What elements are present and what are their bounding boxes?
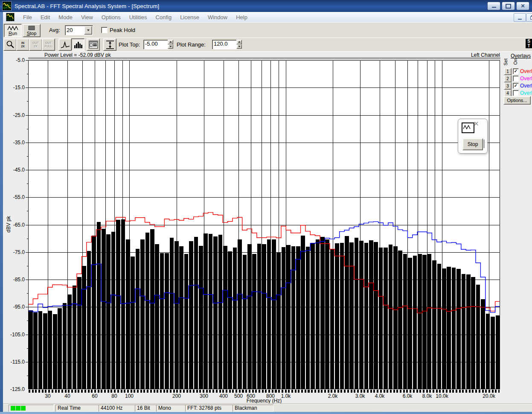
y-tick--55.0: -55.0	[3, 194, 25, 200]
stop-button[interactable]: Stop	[23, 24, 41, 37]
window-frame-bottom	[0, 412, 532, 414]
zoom-out-label-2: 2X	[34, 45, 38, 48]
properties-dialog-icon	[88, 40, 99, 50]
avg-dropdown-arrow[interactable]	[84, 26, 92, 35]
plot-range-field[interactable]: 120.0	[212, 40, 238, 50]
floating-stop-label: Stop	[468, 141, 478, 147]
menu-license[interactable]: License	[176, 13, 203, 22]
run-button[interactable]: Run	[4, 24, 22, 37]
y-tick--85.0: -85.0	[3, 277, 25, 283]
menu-file[interactable]: File	[19, 13, 36, 22]
overlay-on-checkbox-2[interactable]	[513, 76, 519, 82]
overlays-on-column-label: On	[513, 58, 518, 65]
run-button-label: Run	[9, 31, 17, 36]
spectralab-logo-icon: S T	[526, 39, 532, 48]
menu-mode[interactable]: Mode	[54, 13, 77, 22]
line-plot-mode-button[interactable]	[58, 38, 72, 51]
plot-window-icon-button[interactable]	[462, 122, 474, 133]
minimize-button[interactable]	[487, 2, 500, 10]
menu-utilities[interactable]: Utilities	[125, 13, 151, 22]
plot-top-spin-up[interactable]	[168, 40, 173, 44]
status-bar: Real Time44100 Hz16 BitMonoFFT: 32768 pt…	[3, 403, 532, 412]
logo-letter-s: S	[526, 39, 532, 44]
zoom-full-label-2: FULL	[45, 45, 52, 48]
zoom-out-2x-button[interactable]: OUT 2X	[29, 38, 42, 51]
menu-items: FileEditModeViewOptionsUtilitiesConfigLi…	[19, 13, 252, 21]
overlay-on-checkbox-3[interactable]: ✓	[513, 83, 519, 89]
menu-view[interactable]: View	[77, 13, 97, 22]
plot-toolbar: IN 2X OUT 2X OUT FULL	[3, 38, 532, 52]
window-controls: ✕	[487, 2, 532, 10]
zoom-out-full-button[interactable]: OUT FULL	[42, 38, 55, 51]
plot-top-field[interactable]: -5.00	[143, 40, 169, 50]
maximize-icon	[506, 4, 511, 9]
application-window: SpectraLAB - FFT Spectral Analysis Syste…	[0, 0, 532, 414]
overlay-set-button-3[interactable]: 3	[504, 82, 512, 90]
mdi-restore-icon	[530, 16, 532, 20]
zoom-in-label-1: IN	[21, 41, 24, 45]
plot-top-label: Plot Top:	[119, 41, 140, 48]
level-led	[11, 406, 15, 411]
logo-letter-t: T	[526, 44, 532, 48]
vertical-scale-icon	[105, 40, 115, 50]
y-tick--25.0: -25.0	[3, 112, 25, 118]
maximize-button[interactable]	[502, 2, 515, 10]
overlay-set-button-2[interactable]: 2	[504, 75, 512, 82]
overlays-set-column-label: Set	[503, 58, 508, 66]
y-scale-button[interactable]	[103, 38, 116, 51]
y-tick--115.0: -115.0	[3, 359, 25, 365]
mdi-minimize-button[interactable]	[514, 13, 526, 22]
overlay-set-button-1[interactable]: 1	[504, 68, 512, 75]
zoom-in-label-2: 2X	[21, 45, 25, 48]
window-title: SpectraLAB - FFT Spectral Analysis Syste…	[15, 3, 159, 9]
zoom-in-2x-button[interactable]: IN 2X	[16, 38, 29, 51]
document-icon[interactable]	[6, 13, 15, 21]
peak-hold-checkbox[interactable]	[101, 27, 108, 33]
plot-range-spinner	[236, 40, 242, 49]
spectrum-plot[interactable]	[28, 60, 500, 389]
menu-options[interactable]: Options	[97, 13, 125, 22]
zoom-button[interactable]	[3, 38, 17, 51]
plot-top-spin-down[interactable]	[168, 44, 173, 49]
stop-button-label: Stop	[27, 31, 37, 36]
menu-window[interactable]: Window	[203, 13, 232, 22]
app-icon[interactable]	[2, 1, 12, 11]
plot-top-spinner	[168, 40, 173, 49]
y-axis-ticks	[25, 60, 28, 389]
overlay-on-checkbox-1[interactable]: ✓	[513, 68, 519, 74]
level-led	[16, 406, 20, 411]
mini-waveform-icon	[462, 123, 472, 131]
menu-edit[interactable]: Edit	[36, 13, 54, 22]
minimize-icon	[492, 7, 496, 8]
x-axis-tick-strip	[29, 390, 500, 393]
bar-plot-mode-button[interactable]	[71, 38, 84, 51]
display-options-button[interactable]	[87, 38, 100, 51]
transport-toolbar: Run Stop Avg: 20 Peak Hold	[3, 22, 532, 38]
text-caret	[484, 140, 484, 148]
avg-combobox[interactable]: 20	[65, 25, 93, 35]
overlays-options-button[interactable]: Options...	[503, 96, 531, 105]
mdi-restore-button[interactable]	[526, 13, 532, 22]
plot-range-spin-down[interactable]	[236, 44, 242, 49]
line-plot-icon	[60, 40, 70, 50]
spin-down-icon	[238, 46, 241, 47]
overlay-label-1: Overla	[520, 68, 532, 74]
close-button[interactable]: ✕	[516, 2, 529, 10]
floating-stop-panel: ✕ Stop	[458, 119, 488, 154]
overlay-on-checkbox-4[interactable]	[513, 90, 519, 96]
menu-help[interactable]: Help	[232, 13, 252, 22]
floating-stop-button[interactable]: Stop	[462, 138, 483, 150]
avg-value: 20	[67, 27, 73, 33]
run-waveform-icon	[7, 26, 18, 31]
window-frame-left	[0, 12, 3, 414]
menu-config[interactable]: Config	[151, 13, 176, 22]
zoom-full-label-1: OUT	[45, 41, 52, 45]
ghost-close-icon[interactable]: ✕	[474, 120, 479, 128]
spin-up-icon	[238, 41, 241, 43]
status-44100-hz: 44100 Hz	[99, 405, 137, 412]
y-tick--125.0: -125.0	[3, 386, 25, 392]
y-tick--35.0: -35.0	[3, 140, 25, 146]
plot-range-spin-up[interactable]	[236, 40, 242, 44]
spin-down-icon	[169, 46, 172, 47]
status-fft-32768-pts: FFT: 32768 pts	[185, 405, 235, 412]
